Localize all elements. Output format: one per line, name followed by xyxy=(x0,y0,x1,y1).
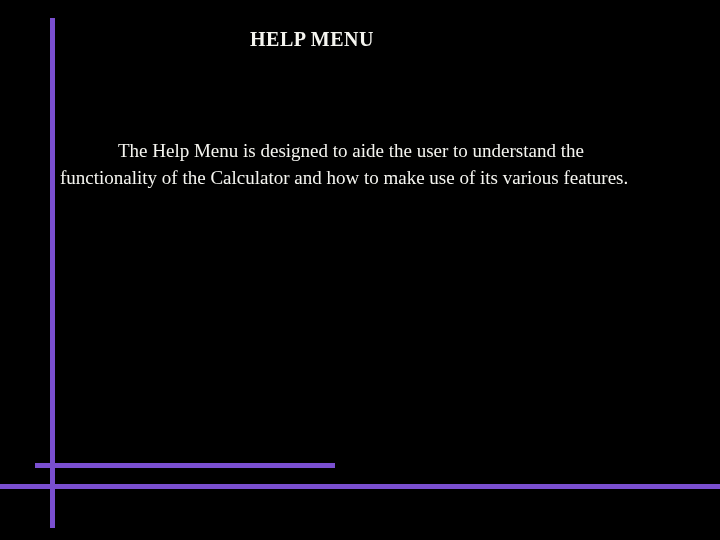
slide-title: HELP MENU xyxy=(250,28,374,51)
decorative-vertical-line xyxy=(50,18,55,528)
decorative-horizontal-line-full xyxy=(0,484,720,489)
slide-body-text: The Help Menu is designed to aide the us… xyxy=(60,138,680,191)
decorative-horizontal-line-short xyxy=(35,463,335,468)
